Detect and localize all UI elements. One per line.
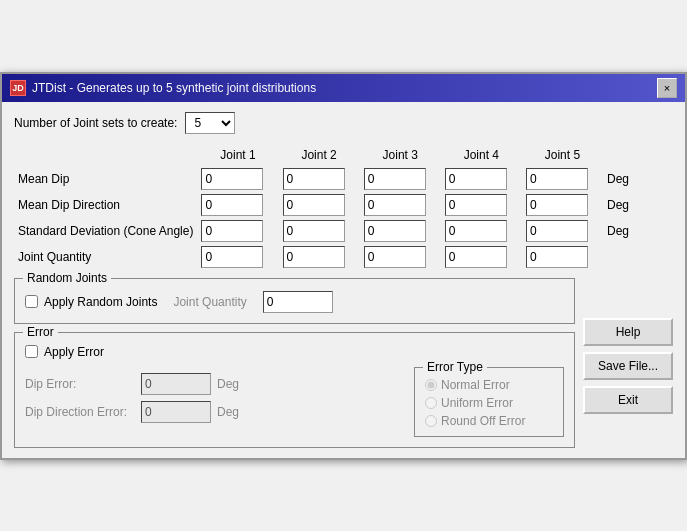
input-row2-col4[interactable] (526, 220, 588, 242)
uniform-error-row: Uniform Error (425, 396, 553, 410)
input-row3-col0[interactable] (201, 246, 263, 268)
input-row2-col0[interactable] (201, 220, 263, 242)
input-row0-col4[interactable] (526, 168, 588, 190)
header-joint3: Joint 3 (360, 146, 441, 166)
joint-sets-row: Number of Joint sets to create: 5 (14, 112, 673, 134)
random-joints-inner: Apply Random Joints Joint Quantity (25, 291, 564, 313)
table-row: Mean Dip DirectionDeg (14, 192, 673, 218)
main-window: JD JTDist - Generates up to 5 synthetic … (0, 72, 687, 460)
row-label-0: Mean Dip (14, 166, 197, 192)
cell-3-3 (441, 244, 522, 270)
random-joints-title: Random Joints (23, 271, 111, 285)
cell-1-0 (197, 192, 278, 218)
table-row: Joint Quantity (14, 244, 673, 270)
roundoff-error-row: Round Off Error (425, 414, 553, 428)
input-row1-col3[interactable] (445, 194, 507, 216)
input-row0-col2[interactable] (364, 168, 426, 190)
cell-0-4 (522, 166, 603, 192)
input-row2-col1[interactable] (283, 220, 345, 242)
cell-2-1 (279, 218, 360, 244)
input-row1-col2[interactable] (364, 194, 426, 216)
input-row2-col2[interactable] (364, 220, 426, 242)
uniform-error-label: Uniform Error (441, 396, 513, 410)
input-row1-col4[interactable] (526, 194, 588, 216)
exit-button[interactable]: Exit (583, 386, 673, 414)
input-row3-col3[interactable] (445, 246, 507, 268)
unit-2: Deg (603, 218, 673, 244)
table-header-row: Joint 1 Joint 2 Joint 3 Joint 4 Joint 5 (14, 146, 673, 166)
input-row3-col4[interactable] (526, 246, 588, 268)
cell-1-1 (279, 192, 360, 218)
joint-sets-label: Number of Joint sets to create: (14, 116, 177, 130)
parameters-table: Joint 1 Joint 2 Joint 3 Joint 4 Joint 5 … (14, 146, 673, 270)
dip-error-unit: Deg (217, 377, 239, 391)
apply-random-checkbox[interactable] (25, 295, 38, 308)
main-content: Number of Joint sets to create: 5 Joint … (2, 102, 685, 458)
dip-dir-error-row: Dip Direction Error: Deg (25, 401, 404, 423)
apply-error-label: Apply Error (44, 345, 104, 359)
input-row2-col3[interactable] (445, 220, 507, 242)
input-row3-col2[interactable] (364, 246, 426, 268)
error-group-title: Error (23, 325, 58, 339)
cell-2-2 (360, 218, 441, 244)
cell-1-2 (360, 192, 441, 218)
roundoff-error-label: Round Off Error (441, 414, 525, 428)
error-details: Dip Error: Deg Dip Direction Error: Deg (25, 367, 564, 437)
window-title: JTDist - Generates up to 5 synthetic joi… (32, 81, 316, 95)
cell-0-2 (360, 166, 441, 192)
cell-3-0 (197, 244, 278, 270)
input-row0-col3[interactable] (445, 168, 507, 190)
dip-dir-error-label: Dip Direction Error: (25, 405, 135, 419)
input-row3-col1[interactable] (283, 246, 345, 268)
apply-error-checkbox[interactable] (25, 345, 38, 358)
error-type-group: Error Type Normal Error Uniform Error (414, 367, 564, 437)
random-qty-input[interactable] (263, 291, 333, 313)
cell-1-3 (441, 192, 522, 218)
header-joint5: Joint 5 (522, 146, 603, 166)
close-button[interactable]: × (657, 78, 677, 98)
row-label-1: Mean Dip Direction (14, 192, 197, 218)
right-buttons: Help Save File... Exit (583, 278, 673, 448)
random-joints-group: Random Joints Apply Random Joints Joint … (14, 278, 575, 324)
cell-2-4 (522, 218, 603, 244)
dip-error-label: Dip Error: (25, 377, 135, 391)
roundoff-error-radio[interactable] (425, 415, 437, 427)
header-empty (14, 146, 197, 166)
joint-sets-dropdown[interactable]: 5 (185, 112, 235, 134)
grid-section: Joint 1 Joint 2 Joint 3 Joint 4 Joint 5 … (14, 146, 673, 270)
dip-error-input[interactable] (141, 373, 211, 395)
normal-error-radio[interactable] (425, 379, 437, 391)
input-row1-col0[interactable] (201, 194, 263, 216)
row-label-2: Standard Deviation (Cone Angle) (14, 218, 197, 244)
error-type-title: Error Type (423, 360, 487, 374)
title-bar: JD JTDist - Generates up to 5 synthetic … (2, 74, 685, 102)
normal-error-label: Normal Error (441, 378, 510, 392)
error-fields: Dip Error: Deg Dip Direction Error: Deg (25, 367, 404, 437)
bottom-panels: Random Joints Apply Random Joints Joint … (14, 278, 673, 448)
unit-1: Deg (603, 192, 673, 218)
cell-2-3 (441, 218, 522, 244)
cell-1-4 (522, 192, 603, 218)
apply-random-label: Apply Random Joints (44, 295, 157, 309)
save-button[interactable]: Save File... (583, 352, 673, 380)
input-row0-col1[interactable] (283, 168, 345, 190)
random-qty-label: Joint Quantity (173, 295, 246, 309)
header-joint1: Joint 1 (197, 146, 278, 166)
cell-3-2 (360, 244, 441, 270)
table-row: Mean DipDeg (14, 166, 673, 192)
uniform-error-radio[interactable] (425, 397, 437, 409)
apply-error-row: Apply Error (25, 345, 564, 359)
help-button[interactable]: Help (583, 318, 673, 346)
row-label-3: Joint Quantity (14, 244, 197, 270)
cell-0-3 (441, 166, 522, 192)
cell-3-4 (522, 244, 603, 270)
dip-dir-error-input[interactable] (141, 401, 211, 423)
header-joint4: Joint 4 (441, 146, 522, 166)
dip-error-row: Dip Error: Deg (25, 373, 404, 395)
cell-0-1 (279, 166, 360, 192)
input-row1-col1[interactable] (283, 194, 345, 216)
apply-random-row: Apply Random Joints (25, 295, 157, 309)
header-unit (603, 146, 673, 166)
input-row0-col0[interactable] (201, 168, 263, 190)
app-icon: JD (10, 80, 26, 96)
